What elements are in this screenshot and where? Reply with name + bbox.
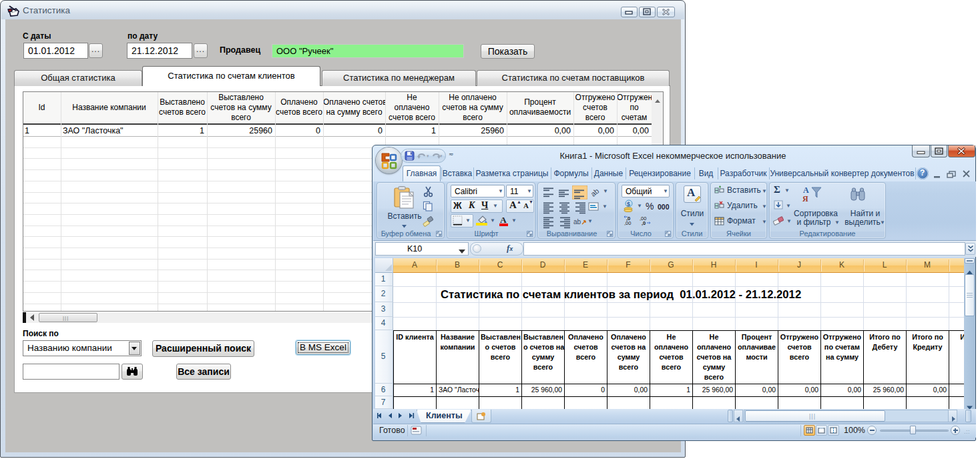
svg-text:,00: ,00 — [624, 220, 631, 226]
svg-text:ab: ab — [573, 218, 581, 225]
svg-text:ab: ab — [589, 187, 601, 197]
svg-text:,0: ,0 — [642, 220, 646, 226]
svg-text:$: $ — [627, 201, 630, 207]
